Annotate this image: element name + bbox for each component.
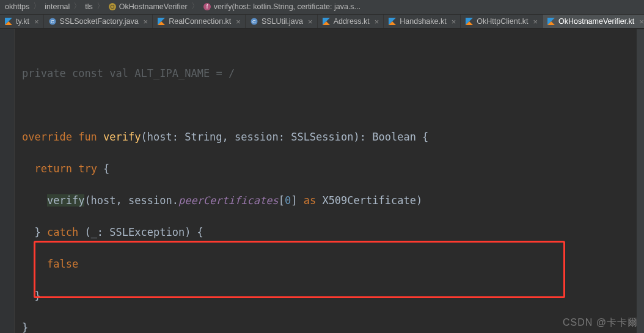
- chevron-right-icon: 〉: [73, 1, 81, 12]
- tab-sslsocketfactory[interactable]: C SSLSocketFactory.java×: [44, 15, 153, 28]
- chevron-right-icon: 〉: [191, 1, 199, 12]
- kotlin-file-icon: [465, 17, 474, 26]
- kotlin-file-icon: [388, 17, 397, 26]
- chevron-right-icon: 〉: [33, 1, 41, 12]
- tab-label: SSLSocketFactory.java: [60, 17, 139, 26]
- close-icon[interactable]: ×: [533, 18, 538, 26]
- breadcrumb-item[interactable]: internal: [45, 2, 70, 11]
- editor-scrollbar[interactable]: [637, 29, 644, 333]
- svg-text:O: O: [110, 4, 114, 10]
- svg-text:C: C: [51, 19, 54, 24]
- chevron-right-icon: 〉: [97, 1, 104, 12]
- kotlin-file-icon: [4, 17, 13, 26]
- tab-label: OkHostnameVerifier.kt: [558, 17, 634, 26]
- tab-label: Handshake.kt: [400, 17, 446, 26]
- tab-label: SSLUtil.java: [262, 17, 303, 26]
- breadcrumb-label: internal: [45, 2, 70, 11]
- svg-text:C: C: [252, 19, 256, 24]
- breadcrumb-item[interactable]: O OkHostnameVerifier: [108, 2, 188, 11]
- tab-sslutil[interactable]: C SSLUtil.java×: [246, 15, 318, 28]
- tab-label: Address.kt: [334, 17, 370, 26]
- java-class-icon: C: [48, 17, 57, 26]
- breadcrumb-item[interactable]: okhttps: [5, 2, 29, 11]
- tab-label: OkHttpClient.kt: [477, 17, 528, 26]
- close-icon[interactable]: ×: [34, 18, 39, 26]
- watermark-text: CSDN @卡卡爾: [563, 317, 638, 329]
- breadcrumb-label: verify(host: kotlin.String, certificate:…: [214, 2, 360, 11]
- close-icon[interactable]: ×: [375, 18, 379, 26]
- tab-address[interactable]: Address.kt×: [318, 15, 384, 28]
- object-icon: O: [108, 2, 117, 11]
- tab-ty[interactable]: ty.kt×: [0, 15, 44, 28]
- breadcrumb-label: okhttps: [5, 2, 29, 11]
- close-icon[interactable]: ×: [308, 18, 313, 26]
- tab-okhttpclient[interactable]: OkHttpClient.kt×: [461, 15, 543, 28]
- java-class-icon: C: [250, 17, 258, 26]
- tab-label: RealConnection.kt: [169, 17, 231, 26]
- code-editor[interactable]: private const val ALT_IPA_NAME = / overr…: [0, 29, 644, 333]
- kotlin-file-icon: [157, 17, 166, 26]
- close-icon[interactable]: ×: [144, 18, 148, 26]
- editor-tabs: ty.kt× C SSLSocketFactory.java× RealConn…: [0, 15, 644, 29]
- breadcrumb-item[interactable]: tls: [85, 2, 93, 11]
- tab-label: ty.kt: [16, 17, 29, 26]
- close-icon[interactable]: ×: [452, 18, 456, 26]
- tab-handshake[interactable]: Handshake.kt×: [384, 15, 461, 28]
- close-icon[interactable]: ×: [639, 18, 644, 26]
- tab-okhostnameverifier[interactable]: OkHostnameVerifier.kt×: [543, 15, 644, 28]
- editor-gutter: [0, 29, 15, 333]
- function-icon: f: [203, 2, 211, 11]
- kotlin-file-icon: [322, 17, 331, 26]
- breadcrumb[interactable]: okhttps 〉 internal 〉 tls 〉 O OkHostnameV…: [0, 0, 644, 15]
- tab-realconnection[interactable]: RealConnection.kt×: [153, 15, 246, 28]
- breadcrumb-item[interactable]: f verify(host: kotlin.String, certificat…: [203, 2, 360, 11]
- kotlin-file-icon: [547, 17, 555, 26]
- close-icon[interactable]: ×: [236, 18, 241, 26]
- breadcrumb-label: OkHostnameVerifier: [119, 2, 188, 11]
- breadcrumb-label: tls: [85, 2, 93, 11]
